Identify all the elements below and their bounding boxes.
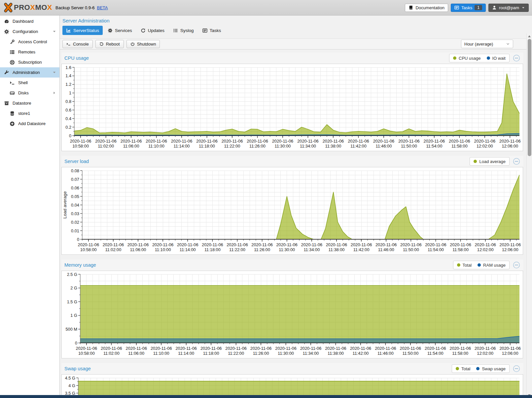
tab-syslog[interactable]: Syslog [169, 26, 197, 35]
legend-item-io-wait[interactable]: IO wait [487, 56, 506, 61]
legend-label: Total [461, 366, 470, 371]
cpu-usage-chart: 00.20.40.60.811.21.41.62020-11-0610:58:0… [61, 64, 523, 151]
svg-text:11:42:00: 11:42:00 [353, 247, 370, 252]
legend-item-swap-usage[interactable]: Swap usage [476, 366, 506, 371]
sidebar-item-datastore[interactable]: Datastore [0, 98, 59, 108]
collapse-panel-button[interactable] [513, 158, 520, 165]
svg-text:2020-11-06: 2020-11-06 [297, 139, 319, 144]
svg-text:2020-11-06: 2020-11-06 [348, 139, 369, 144]
collapse-panel-button[interactable] [513, 261, 520, 269]
svg-text:11:42:00: 11:42:00 [350, 144, 367, 149]
svg-text:0.06: 0.06 [71, 185, 79, 190]
gears-icon [108, 28, 113, 33]
svg-text:2020-11-06: 2020-11-06 [425, 242, 446, 247]
chevron-down-icon[interactable] [53, 71, 56, 74]
collapse-panel-button[interactable] [513, 54, 520, 62]
svg-text:11:02:00: 11:02:00 [98, 144, 114, 149]
svg-text:1.6: 1.6 [65, 65, 71, 70]
sidebar-item-add-datastore[interactable]: Add Datastore [0, 118, 59, 129]
svg-text:1.2: 1.2 [65, 82, 71, 87]
sidebar-item-label: Configuration [13, 29, 38, 34]
svg-text:11:58:00: 11:58:00 [451, 144, 468, 149]
svg-text:1: 1 [69, 90, 71, 95]
svg-text:10:58:00: 10:58:00 [72, 144, 89, 149]
sidebar-item-subscription[interactable]: Subscription [0, 57, 59, 67]
svg-text:11:10:00: 11:10:00 [153, 351, 169, 356]
svg-text:Load average: Load average [62, 191, 67, 219]
beta-link[interactable]: BETA [97, 5, 108, 10]
svg-text:0: 0 [77, 237, 79, 242]
svg-text:2020-11-06: 2020-11-06 [247, 139, 268, 144]
reboot-button[interactable]: Reboot [95, 40, 124, 48]
svg-text:2020-11-06: 2020-11-06 [101, 346, 122, 351]
legend-item-load-average[interactable]: Load average [474, 159, 506, 164]
svg-text:3.5 G: 3.5 G [65, 391, 75, 395]
legend-item-cpu-usage[interactable]: CPU usage [453, 56, 480, 61]
user-menu-button[interactable]: root@pam [488, 4, 529, 12]
sidebar-item-label: Subscription [18, 60, 42, 65]
svg-text:12:02:00: 12:02:00 [477, 351, 493, 356]
collapse-panel-button[interactable] [513, 365, 520, 372]
documentation-button[interactable]: Documentation [405, 4, 448, 12]
documentation-label: Documentation [415, 5, 444, 10]
proxmox-x-icon [3, 3, 13, 13]
chevron-down-icon[interactable] [53, 30, 56, 33]
tab-label: Services [115, 28, 132, 33]
sidebar-item-disks[interactable]: Disks [0, 88, 59, 98]
panel-title: Memory usage [64, 262, 96, 268]
panel-header: Swap usage Total Swap usage [61, 363, 523, 374]
console-button[interactable]: Console [62, 40, 93, 48]
listalt-icon [202, 28, 207, 33]
svg-text:2020-11-06: 2020-11-06 [373, 139, 395, 144]
tasks-button[interactable]: Tasks 1 [451, 4, 486, 12]
svg-text:11:14:00: 11:14:00 [174, 144, 190, 149]
server-load-chart: 00.010.020.030.040.050.060.070.082020-11… [61, 167, 523, 255]
sidebar-item-configuration[interactable]: Configuration [0, 26, 59, 37]
tab-updates[interactable]: Updates [137, 26, 168, 35]
list-alt-icon [454, 5, 459, 10]
sidebar-item-dashboard[interactable]: Dashboard [0, 16, 59, 26]
svg-text:11:26:00: 11:26:00 [253, 351, 269, 356]
legend-item-ram-usage[interactable]: RAM usage [478, 263, 506, 268]
svg-text:11:14:00: 11:14:00 [178, 351, 194, 356]
tab-tasks[interactable]: Tasks [199, 26, 225, 35]
tab-services[interactable]: Services [104, 26, 136, 35]
svg-text:0: 0 [69, 133, 71, 138]
svg-text:11:18:00: 11:18:00 [199, 144, 215, 149]
shutdown-button[interactable]: Shutdown [126, 40, 160, 48]
sidebar-item-remotes[interactable]: Remotes [0, 47, 59, 57]
legend-dot-icon [487, 56, 490, 60]
sidebar-item-store1[interactable]: store1 [0, 108, 59, 118]
pluscircle-icon [10, 121, 15, 126]
svg-text:12:06:00: 12:06:00 [502, 247, 518, 252]
disk-icon [10, 90, 15, 96]
panel-header: CPU usage CPU usage IO wait [61, 52, 523, 64]
legend-item-total[interactable]: Total [457, 263, 472, 268]
svg-text:2020-11-06: 2020-11-06 [375, 346, 396, 351]
sidebar-item-shell[interactable]: Shell [0, 78, 59, 88]
svg-text:0.08: 0.08 [71, 168, 79, 173]
scrollbar-thumb[interactable] [528, 39, 531, 156]
sidebar-item-label: Remotes [18, 50, 35, 54]
database-icon [10, 111, 15, 116]
legend-item-total[interactable]: Total [456, 366, 470, 371]
svg-text:12:06:00: 12:06:00 [502, 351, 518, 356]
timeframe-select[interactable]: Hour (average) [461, 40, 513, 48]
svg-text:4.5 G: 4.5 G [65, 376, 75, 381]
tab-serverstatus[interactable]: ServerStatus [62, 26, 103, 35]
svg-text:0.04: 0.04 [71, 203, 79, 208]
page-title: Server Administration [60, 16, 532, 23]
vertical-scrollbar[interactable] [526, 33, 532, 398]
sidebar-item-access-control[interactable]: Access Control [0, 37, 59, 47]
user-label: root@pam [499, 5, 519, 10]
svg-text:2020-11-06: 2020-11-06 [326, 242, 347, 247]
swap-usage-chart: 0500 M1 G1.5 G2 G2.5 G3 G3.5 G4 G4.5 G20… [61, 374, 523, 395]
sidebar-item-administration[interactable]: Administration [0, 67, 59, 78]
svg-text:2020-11-06: 2020-11-06 [121, 139, 142, 144]
svg-text:2020-11-06: 2020-11-06 [325, 346, 346, 351]
bottom-edge-bar [0, 395, 532, 398]
chevron-right-icon[interactable] [53, 91, 56, 95]
scroll-up-arrow[interactable] [527, 34, 532, 39]
legend-label: Swap usage [482, 366, 506, 371]
svg-text:2020-11-06: 2020-11-06 [350, 346, 372, 351]
